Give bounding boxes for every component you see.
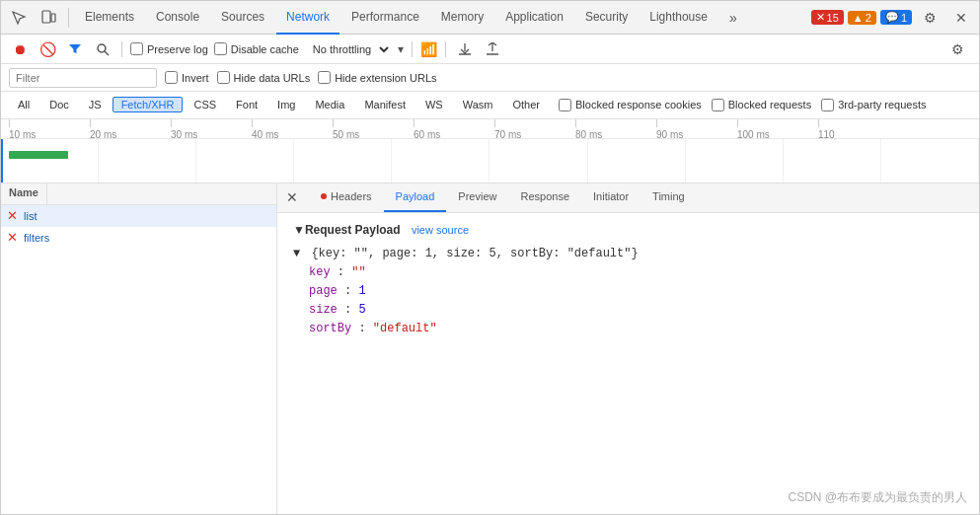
toolbar-sep-2 bbox=[412, 41, 413, 57]
timeline-content bbox=[1, 139, 979, 184]
tab-security[interactable]: Security bbox=[575, 1, 638, 35]
filter-js[interactable]: JS bbox=[80, 97, 111, 112]
blocked-requests-label[interactable]: Blocked requests bbox=[712, 99, 811, 111]
ruler-mark-0: 10 ms bbox=[9, 119, 36, 140]
export-har-icon[interactable] bbox=[482, 38, 503, 60]
error-icon-filters: ✕ bbox=[7, 230, 18, 245]
hide-extension-urls-checkbox[interactable] bbox=[318, 71, 331, 84]
tab-performance[interactable]: Performance bbox=[341, 1, 429, 35]
field-size: size : 5 bbox=[293, 301, 963, 320]
grid-cell-7 bbox=[588, 139, 686, 184]
payload-summary-line[interactable]: ▼ {key: "", page: 1, size: 5, sortBy: "d… bbox=[293, 245, 963, 263]
filter-doc[interactable]: Doc bbox=[40, 97, 78, 112]
error-icon-list: ✕ bbox=[7, 208, 18, 223]
payload-tree: ▼ {key: "", page: 1, size: 5, sortBy: "d… bbox=[293, 245, 963, 339]
preserve-log-checkbox[interactable] bbox=[130, 42, 143, 55]
view-source-link[interactable]: view source bbox=[412, 224, 469, 236]
tab-preview[interactable]: Preview bbox=[446, 184, 508, 213]
filter-checkboxes: Blocked response cookies Blocked request… bbox=[559, 99, 926, 111]
tab-sources[interactable]: Sources bbox=[211, 1, 274, 35]
tab-network[interactable]: Network bbox=[276, 1, 339, 35]
tab-lighthouse[interactable]: Lighthouse bbox=[640, 1, 717, 35]
close-icon[interactable]: ✕ bbox=[947, 4, 975, 32]
blocked-cookies-checkbox[interactable] bbox=[559, 99, 571, 111]
svg-line-3 bbox=[105, 51, 109, 55]
filter-ws[interactable]: WS bbox=[416, 97, 452, 112]
warnings-badge[interactable]: ▲ 2 bbox=[848, 11, 876, 25]
filter-input[interactable] bbox=[9, 68, 157, 88]
ruler-mark-10: 110 bbox=[818, 119, 835, 140]
clear-button[interactable]: 🚫 bbox=[37, 38, 58, 60]
ruler-mark-1: 20 ms bbox=[90, 119, 116, 140]
tab-application[interactable]: Application bbox=[495, 1, 573, 35]
import-har-icon[interactable] bbox=[454, 38, 476, 60]
errors-badge[interactable]: ✕ 15 bbox=[811, 10, 844, 25]
hide-data-urls-checkbox[interactable] bbox=[217, 71, 230, 84]
filter-media[interactable]: Media bbox=[306, 97, 353, 112]
field-page: page : 1 bbox=[293, 282, 963, 301]
invert-label[interactable]: Invert bbox=[165, 71, 209, 84]
device-icon[interactable] bbox=[35, 4, 62, 32]
hide-data-urls-label[interactable]: Hide data URLs bbox=[217, 71, 311, 84]
tab-response[interactable]: Response bbox=[508, 184, 581, 213]
tab-console[interactable]: Console bbox=[146, 1, 209, 35]
more-tabs-button[interactable]: » bbox=[719, 4, 747, 32]
record-button[interactable]: ⏺ bbox=[9, 38, 31, 60]
preserve-log-label[interactable]: Preserve log bbox=[130, 42, 208, 55]
third-party-checkbox[interactable] bbox=[821, 99, 834, 111]
grid-cell-6 bbox=[490, 139, 587, 184]
filter-all[interactable]: All bbox=[9, 97, 38, 112]
grid-cell-8 bbox=[686, 139, 784, 184]
ruler-mark-6: 70 ms bbox=[494, 119, 521, 140]
tab-elements[interactable]: Elements bbox=[75, 1, 144, 35]
third-party-label[interactable]: 3rd-party requests bbox=[821, 99, 926, 111]
svg-rect-1 bbox=[51, 14, 55, 22]
network-settings-icon[interactable]: ⚙ bbox=[943, 36, 971, 63]
timeline-grid bbox=[1, 139, 979, 184]
tab-initiator[interactable]: Initiator bbox=[581, 184, 641, 213]
disable-cache-checkbox[interactable] bbox=[214, 42, 227, 55]
filter-wasm[interactable]: Wasm bbox=[454, 97, 502, 112]
filter-font[interactable]: Font bbox=[227, 97, 266, 112]
wifi-icon: 📶 bbox=[420, 41, 437, 57]
details-tabs: ✕ Headers Payload Preview Response Initi… bbox=[277, 184, 979, 213]
grid-cell-4 bbox=[294, 139, 392, 184]
tab-headers[interactable]: Headers bbox=[309, 184, 384, 213]
throttle-arrow-icon: ▾ bbox=[398, 42, 404, 56]
ruler-mark-5: 60 ms bbox=[414, 119, 440, 140]
details-panel: ✕ Headers Payload Preview Response Initi… bbox=[277, 184, 979, 514]
inspect-icon[interactable] bbox=[5, 4, 33, 32]
filter-css[interactable]: CSS bbox=[185, 97, 225, 112]
invert-checkbox[interactable] bbox=[165, 71, 178, 84]
warning-icon: ▲ bbox=[853, 12, 864, 24]
tab-memory[interactable]: Memory bbox=[431, 1, 493, 35]
requests-panel: Name ✕ list ✕ filters bbox=[1, 184, 277, 514]
throttle-select[interactable]: No throttling bbox=[305, 40, 392, 58]
filter-button[interactable] bbox=[64, 38, 86, 60]
request-row-filters[interactable]: ✕ filters bbox=[1, 227, 276, 249]
details-close-button[interactable]: ✕ bbox=[281, 186, 303, 208]
timeline-request-bar bbox=[9, 151, 68, 159]
settings-icon[interactable]: ⚙ bbox=[916, 4, 943, 32]
payload-header-row: ▼Request Payload view source bbox=[293, 223, 963, 237]
disable-cache-label[interactable]: Disable cache bbox=[214, 42, 299, 55]
timeline-ruler: 10 ms 20 ms 30 ms 40 ms 50 ms 60 ms bbox=[1, 119, 979, 139]
blocked-cookies-label[interactable]: Blocked response cookies bbox=[559, 99, 702, 111]
filter-other[interactable]: Other bbox=[503, 97, 549, 112]
tab-right-controls: ✕ 15 ▲ 2 💬 1 ⚙ ✕ bbox=[811, 4, 975, 32]
info-badge[interactable]: 💬 1 bbox=[880, 10, 912, 25]
tab-timing[interactable]: Timing bbox=[641, 184, 697, 213]
blocked-requests-checkbox[interactable] bbox=[712, 99, 724, 111]
filter-fetch-xhr[interactable]: Fetch/XHR bbox=[113, 97, 184, 112]
filter-img[interactable]: Img bbox=[268, 97, 304, 112]
hide-extension-urls-label[interactable]: Hide extension URLs bbox=[318, 71, 436, 84]
request-row-list[interactable]: ✕ list bbox=[1, 205, 276, 227]
tab-payload[interactable]: Payload bbox=[384, 184, 447, 213]
watermark: CSDN @布布要成为最负责的男人 bbox=[788, 489, 967, 506]
network-toolbar-row1: ⏺ 🚫 Preserve log Disable cache No thrott… bbox=[1, 35, 979, 64]
svg-rect-0 bbox=[42, 11, 50, 23]
search-button[interactable] bbox=[92, 38, 113, 60]
filter-manifest[interactable]: Manifest bbox=[355, 97, 415, 112]
main-content: Name ✕ list ✕ filters ✕ Headers bbox=[1, 184, 979, 514]
ruler-mark-9: 100 ms bbox=[737, 119, 770, 140]
